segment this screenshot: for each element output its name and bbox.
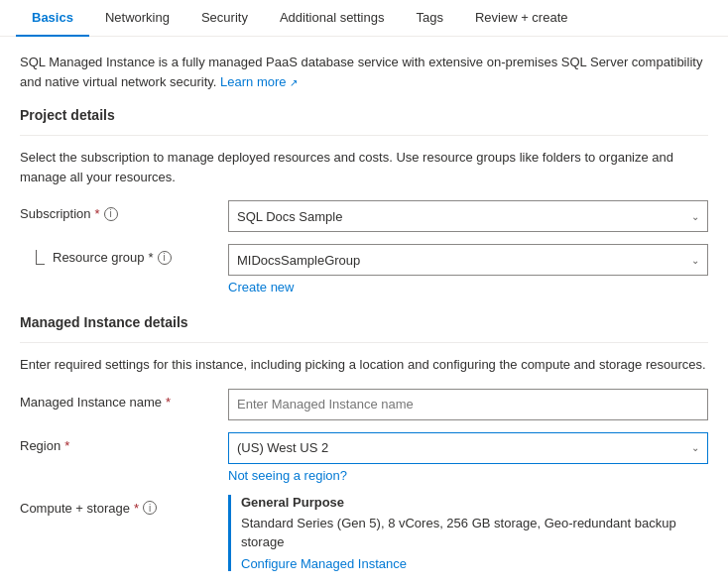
compute-info-icon[interactable]: i: [143, 501, 157, 515]
project-details-title: Project details: [20, 107, 708, 123]
subscription-required: *: [95, 206, 100, 221]
compute-storage-label: Compute + storage * i: [20, 495, 218, 516]
region-dropdown-arrow: ⌄: [691, 442, 699, 453]
name-required: *: [166, 395, 171, 410]
resource-group-control: MIDocsSampleGroup ⌄ Create new: [228, 244, 708, 294]
tab-review-create[interactable]: Review + create: [459, 0, 584, 37]
region-label: Region *: [20, 432, 218, 453]
region-required: *: [64, 438, 69, 453]
compute-tier: General Purpose: [241, 495, 708, 510]
create-new-link[interactable]: Create new: [228, 280, 294, 294]
subscription-info-icon[interactable]: i: [104, 207, 118, 221]
learn-more-link[interactable]: Learn more ↗: [220, 74, 298, 89]
project-details-desc: Select the subscription to manage deploy…: [20, 148, 708, 186]
resource-group-value: MIDocsSampleGroup: [237, 253, 360, 268]
managed-instance-name-row: Managed Instance name *: [20, 389, 708, 420]
region-dropdown[interactable]: (US) West US 2 ⌄: [228, 432, 708, 464]
external-link-icon: ↗: [290, 77, 298, 88]
resource-group-row: Resource group * i MIDocsSampleGroup ⌄ C…: [20, 244, 708, 294]
tab-tags[interactable]: Tags: [400, 0, 458, 37]
subscription-control: SQL Docs Sample ⌄: [228, 200, 708, 232]
resource-group-info-icon[interactable]: i: [158, 251, 172, 265]
compute-storage-row: Compute + storage * i General Purpose St…: [20, 495, 708, 571]
not-seeing-region-link[interactable]: Not seeing a region?: [228, 468, 347, 483]
managed-instance-name-input[interactable]: [228, 389, 708, 420]
intro-text: SQL Managed Instance is a fully managed …: [20, 53, 708, 91]
resource-group-label: Resource group * i: [20, 244, 218, 265]
subscription-value: SQL Docs Sample: [237, 209, 342, 224]
tab-security[interactable]: Security: [185, 0, 264, 37]
managed-instance-details-desc: Enter required settings for this instanc…: [20, 355, 708, 375]
compute-block: General Purpose Standard Series (Gen 5),…: [228, 495, 708, 571]
managed-instance-name-label: Managed Instance name *: [20, 389, 218, 410]
resource-group-dropdown[interactable]: MIDocsSampleGroup ⌄: [228, 244, 708, 276]
subscription-row: Subscription * i SQL Docs Sample ⌄: [20, 200, 708, 232]
managed-instance-details-title: Managed Instance details: [20, 314, 708, 330]
resource-group-required: *: [149, 250, 154, 265]
compute-storage-control: General Purpose Standard Series (Gen 5),…: [228, 495, 708, 571]
configure-link[interactable]: Configure Managed Instance: [241, 556, 407, 571]
compute-required: *: [134, 501, 139, 516]
managed-instance-name-control: [228, 389, 708, 420]
subscription-dropdown[interactable]: SQL Docs Sample ⌄: [228, 200, 708, 232]
tab-additional-settings[interactable]: Additional settings: [264, 0, 401, 37]
tab-basics[interactable]: Basics: [16, 0, 89, 37]
tab-networking[interactable]: Networking: [89, 0, 185, 37]
subscription-label: Subscription * i: [20, 200, 218, 221]
subscription-dropdown-arrow: ⌄: [691, 211, 699, 222]
main-content: SQL Managed Instance is a fully managed …: [0, 37, 728, 587]
region-control: (US) West US 2 ⌄ Not seeing a region?: [228, 432, 708, 483]
divider-2: [20, 342, 708, 343]
compute-desc: Standard Series (Gen 5), 8 vCores, 256 G…: [241, 514, 708, 552]
region-row: Region * (US) West US 2 ⌄ Not seeing a r…: [20, 432, 708, 483]
region-value: (US) West US 2: [237, 440, 328, 455]
resource-group-dropdown-arrow: ⌄: [691, 255, 699, 266]
tab-bar: Basics Networking Security Additional se…: [0, 0, 728, 37]
divider-1: [20, 135, 708, 136]
